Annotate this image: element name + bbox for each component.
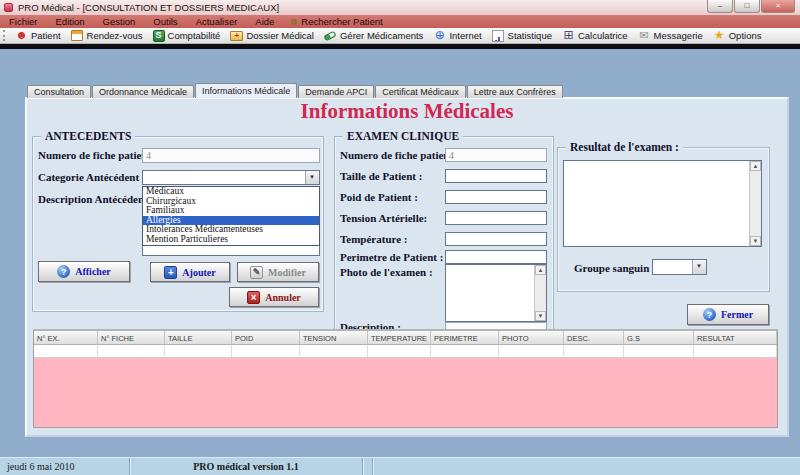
resultat-textarea[interactable]: ▲ ▼: [563, 160, 762, 247]
afficher-button[interactable]: ?Afficher: [38, 261, 130, 282]
annuler-button[interactable]: ×Annuler: [229, 287, 319, 307]
scrollbar[interactable]: ▲ ▼: [534, 265, 546, 321]
poid-label: Poid de Patient :: [340, 191, 418, 203]
toolbar: ☻Patient Rendez-vous SComptabilité +Doss…: [0, 28, 800, 44]
statusbar-version: PRO médical version 1.1: [130, 458, 363, 475]
menu-outils[interactable]: Outils: [144, 15, 186, 28]
toolbar-button-statistique[interactable]: Statistique: [487, 28, 557, 43]
poid-input[interactable]: [445, 190, 547, 204]
mdi-separator: [0, 44, 800, 49]
menu-fichier[interactable]: Fichier: [0, 15, 47, 28]
toolbar-button-patient[interactable]: ☻Patient: [10, 28, 66, 43]
menu-edition[interactable]: Edition: [47, 15, 94, 28]
search-icon: [291, 19, 297, 25]
numero-fiche-label: Numero de fiche patient :: [38, 149, 158, 161]
chevron-down-icon[interactable]: [305, 171, 319, 184]
tab-strip: Consultation Ordonnance Médicale Informa…: [27, 83, 564, 98]
scroll-up-icon[interactable]: ▲: [535, 265, 546, 275]
groupe-sanguin-combobox[interactable]: [652, 259, 707, 275]
afficher-icon: ?: [57, 265, 70, 278]
scroll-down-icon[interactable]: ▼: [750, 236, 761, 246]
description-antecedent-label: Description Antécédent :: [38, 193, 154, 205]
examen-clinique-title: EXAMEN CLINIQUE: [343, 130, 463, 142]
table-header-row: N° EX. N° FICHE TAILLE POID TENSION TEMP…: [34, 331, 777, 345]
photo-examen-label: Photo de l'examen :: [340, 266, 433, 278]
column-header-perimetre[interactable]: PERIMETRE: [431, 331, 499, 345]
examen-numero-input[interactable]: [445, 148, 547, 162]
patients-icon: ☻: [15, 29, 28, 42]
column-header-tension[interactable]: TENSION: [300, 331, 368, 345]
window-controls: – □ ×: [706, 0, 795, 13]
tension-input[interactable]: [445, 211, 547, 225]
statusbar-panel: [363, 458, 373, 475]
menu-gestion[interactable]: Gestion: [94, 15, 145, 28]
toolbar-button-calculatrice[interactable]: ⊞Calculatrice: [557, 28, 633, 43]
toolbar-button-comptabilite[interactable]: SComptabilité: [148, 28, 226, 43]
column-header-gs[interactable]: G.S: [624, 331, 694, 345]
categorie-antecedent-combobox[interactable]: [142, 170, 320, 185]
resultat-title: Resultat de l'examen :: [566, 141, 683, 153]
column-header-desc[interactable]: DESC.: [564, 331, 624, 345]
tab-informations-medicale[interactable]: Informations Médicale: [195, 83, 297, 98]
globe-icon: ⊕: [433, 29, 446, 42]
examen-numero-label: Numero de fiche patient :: [340, 149, 460, 161]
toolbar-button-internet[interactable]: ⊕Internet: [428, 28, 486, 43]
numero-fiche-input[interactable]: [142, 148, 320, 163]
column-header-photo[interactable]: PHOTO: [499, 331, 564, 345]
ajouter-button[interactable]: +Ajouter: [150, 262, 230, 282]
close-button[interactable]: ×: [761, 0, 795, 13]
maximize-icon: □: [745, 1, 750, 10]
examens-table: N° EX. N° FICHE TAILLE POID TENSION TEMP…: [33, 329, 778, 428]
statusbar: jeudi 6 mai 2010 PRO médical version 1.1: [0, 457, 800, 475]
fermer-button[interactable]: ?Fermer: [687, 304, 769, 325]
add-icon: +: [164, 266, 177, 279]
toolbar-button-gerer-medicaments[interactable]: Gérer Médicaments: [319, 28, 428, 43]
minimize-icon: –: [718, 1, 722, 10]
column-header-n-fiche[interactable]: N° FICHE: [98, 331, 165, 345]
antecedents-title: ANTECEDENTS: [41, 130, 135, 142]
photo-examen-textarea[interactable]: ▲ ▼: [445, 264, 547, 322]
column-header-resultat[interactable]: RESULTAT: [694, 331, 777, 345]
tab-lettre-aux-confreres[interactable]: Lettre aux Confrères: [467, 85, 563, 98]
categorie-dropdown-list: Médicaux Chirurgicaux Familiaux Allergie…: [142, 186, 320, 246]
maximize-button[interactable]: □: [734, 0, 760, 13]
app-icon: [4, 3, 13, 12]
toolbar-button-messagerie[interactable]: ✉Messagerie: [633, 28, 708, 43]
tab-consultation[interactable]: Consultation: [27, 85, 91, 98]
perimetre-input[interactable]: [445, 250, 547, 264]
calculator-icon: ⊞: [562, 29, 575, 42]
taille-label: Taille de Patient :: [340, 170, 422, 182]
toolbar-button-rendez-vous[interactable]: Rendez-vous: [66, 28, 148, 43]
minimize-button[interactable]: –: [707, 0, 733, 13]
column-header-n-ex[interactable]: N° EX.: [34, 331, 98, 345]
tab-certificat-medicaux[interactable]: Certificat Médicaux: [375, 85, 466, 98]
tab-demande-apci[interactable]: Demande APCI: [298, 85, 374, 98]
dropdown-option-mention[interactable]: Mention Particulieres: [143, 235, 319, 245]
tab-ordonnance-medicale[interactable]: Ordonnance Médicale: [92, 85, 194, 98]
mail-icon: ✉: [638, 29, 651, 42]
table-empty-area: [34, 358, 777, 427]
menu-actualiser[interactable]: Actualiser: [187, 15, 247, 28]
chevron-down-icon[interactable]: [692, 260, 706, 274]
chart-icon: [492, 30, 504, 42]
scroll-up-icon[interactable]: ▲: [750, 161, 761, 171]
column-header-poid[interactable]: POID: [232, 331, 300, 345]
titlebar: PRO Médical - [CONSULTATION ET DOSSIERS …: [0, 0, 800, 15]
statusbar-date: jeudi 6 mai 2010: [0, 458, 130, 475]
toolbar-button-options[interactable]: ★Options: [708, 28, 767, 43]
star-icon: ★: [713, 29, 726, 42]
toolbar-grip: [3, 30, 7, 41]
column-header-temperature[interactable]: TEMPERATURE: [368, 331, 431, 345]
scroll-down-icon[interactable]: ▼: [535, 311, 546, 321]
temperature-input[interactable]: [445, 232, 547, 246]
window-title: PRO Médical - [CONSULTATION ET DOSSIERS …: [18, 2, 279, 13]
perimetre-label: Perimetre de Patient :: [340, 251, 443, 263]
menu-aide[interactable]: Aide: [246, 15, 283, 28]
scrollbar[interactable]: ▲ ▼: [749, 161, 761, 246]
taille-input[interactable]: [445, 169, 547, 183]
menu-rechercher-patient[interactable]: Rechercher Patient: [283, 16, 390, 27]
toolbar-button-dossier-medical[interactable]: +Dossier Médical: [225, 28, 319, 43]
calendar-icon: [71, 30, 83, 41]
column-header-taille[interactable]: TAILLE: [165, 331, 232, 345]
modifier-button[interactable]: ✎Modifier: [237, 262, 319, 282]
